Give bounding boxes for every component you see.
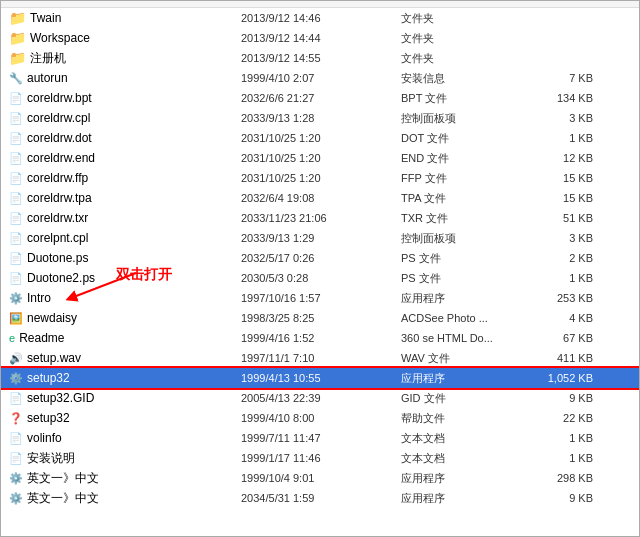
file-type: TPA 文件 [401,191,521,206]
table-row[interactable]: 📄coreldrw.ffp2031/10/25 1:20FFP 文件15 KB [1,168,639,188]
file-size: 411 KB [521,352,601,364]
file-name: setup32 [27,371,70,385]
file-date: 1999/7/11 11:47 [241,432,401,444]
file-date: 1999/4/10 2:07 [241,72,401,84]
file-type: 帮助文件 [401,411,521,426]
file-date: 1999/4/10 8:00 [241,412,401,424]
column-headers [1,1,639,8]
file-date: 2034/5/31 1:59 [241,492,401,504]
table-row[interactable]: ⚙️Intro1997/10/16 1:57应用程序253 KB [1,288,639,308]
file-date: 2031/10/25 1:20 [241,152,401,164]
table-row[interactable]: 📄setup32.GID2005/4/13 22:39GID 文件9 KB [1,388,639,408]
file-name: setup32 [27,411,70,425]
file-size: 9 KB [521,492,601,504]
file-name: coreldrw.cpl [27,111,90,125]
file-date: 2031/10/25 1:20 [241,172,401,184]
file-type: 应用程序 [401,371,521,386]
file-size: 298 KB [521,472,601,484]
file-name: coreldrw.ffp [27,171,88,185]
file-type: WAV 文件 [401,351,521,366]
file-type: BPT 文件 [401,91,521,106]
file-size: 134 KB [521,92,601,104]
file-size: 1 KB [521,452,601,464]
file-name: coreldrw.end [27,151,95,165]
file-type: GID 文件 [401,391,521,406]
file-date: 2013/9/12 14:44 [241,32,401,44]
table-row[interactable]: 📄安装说明1999/1/17 11:46文本文档1 KB [1,448,639,468]
table-row[interactable]: 📄volinfo1999/7/11 11:47文本文档1 KB [1,428,639,448]
file-date: 2033/11/23 21:06 [241,212,401,224]
table-row[interactable]: 📄Duotone.ps2032/5/17 0:26PS 文件2 KB [1,248,639,268]
file-name: volinfo [27,431,62,445]
table-row[interactable]: 📄coreldrw.bpt2032/6/6 21:27BPT 文件134 KB [1,88,639,108]
file-date: 2033/9/13 1:28 [241,112,401,124]
file-name: setup.wav [27,351,81,365]
file-date: 2031/10/25 1:20 [241,132,401,144]
file-name: corelpnt.cpl [27,231,88,245]
file-date: 1999/1/17 11:46 [241,452,401,464]
file-size: 15 KB [521,192,601,204]
file-name: Workspace [30,31,90,45]
table-row[interactable]: 🖼️newdaisy1998/3/25 8:25ACDSee Photo ...… [1,308,639,328]
table-row[interactable]: 📄Duotone2.ps2030/5/3 0:28PS 文件1 KB [1,268,639,288]
file-type: 360 se HTML Do... [401,332,521,344]
file-date: 1999/4/16 1:52 [241,332,401,344]
file-size: 1 KB [521,432,601,444]
file-size: 1,052 KB [521,372,601,384]
file-type: 应用程序 [401,471,521,486]
table-row[interactable]: 📄coreldrw.end2031/10/25 1:20END 文件12 KB [1,148,639,168]
table-row[interactable]: 🔊setup.wav1997/11/1 7:10WAV 文件411 KB [1,348,639,368]
table-row[interactable]: 📄coreldrw.dot2031/10/25 1:20DOT 文件1 KB [1,128,639,148]
file-size: 4 KB [521,312,601,324]
file-explorer: 📁Twain2013/9/12 14:46文件夹📁Workspace2013/9… [0,0,640,537]
file-date: 1997/10/16 1:57 [241,292,401,304]
table-row[interactable]: ⚙️setup321999/4/13 10:55应用程序1,052 KB [1,368,639,388]
table-row[interactable]: ⚙️英文一》中文1999/10/4 9:01应用程序298 KB [1,468,639,488]
file-date: 2032/5/17 0:26 [241,252,401,264]
file-type: 应用程序 [401,291,521,306]
file-date: 2032/6/6 21:27 [241,92,401,104]
file-type: ACDSee Photo ... [401,312,521,324]
file-size: 51 KB [521,212,601,224]
file-type: 控制面板项 [401,231,521,246]
file-date: 1999/4/13 10:55 [241,372,401,384]
file-type: 文件夹 [401,31,521,46]
table-row[interactable]: 📁Workspace2013/9/12 14:44文件夹 [1,28,639,48]
file-type: FFP 文件 [401,171,521,186]
file-date: 2013/9/12 14:55 [241,52,401,64]
file-date: 2032/6/4 19:08 [241,192,401,204]
table-row[interactable]: 📄coreldrw.tpa2032/6/4 19:08TPA 文件15 KB [1,188,639,208]
file-type: 控制面板项 [401,111,521,126]
file-size: 1 KB [521,272,601,284]
file-name: 安装说明 [27,450,75,467]
table-row[interactable]: ⚙️英文一》中文2034/5/31 1:59应用程序9 KB [1,488,639,508]
file-size: 2 KB [521,252,601,264]
file-date: 1999/10/4 9:01 [241,472,401,484]
table-row[interactable]: 📁注册机2013/9/12 14:55文件夹 [1,48,639,68]
file-size: 9 KB [521,392,601,404]
file-size: 12 KB [521,152,601,164]
table-row[interactable]: eReadme1999/4/16 1:52360 se HTML Do...67… [1,328,639,348]
table-row[interactable]: 📄coreldrw.txr2033/11/23 21:06TXR 文件51 KB [1,208,639,228]
file-type: 文本文档 [401,451,521,466]
table-row[interactable]: 📁Twain2013/9/12 14:46文件夹 [1,8,639,28]
file-type: DOT 文件 [401,131,521,146]
file-type: 文件夹 [401,51,521,66]
file-name: Twain [30,11,61,25]
file-list[interactable]: 📁Twain2013/9/12 14:46文件夹📁Workspace2013/9… [1,8,639,536]
table-row[interactable]: 🔧autorun1999/4/10 2:07安装信息7 KB [1,68,639,88]
file-name: coreldrw.tpa [27,191,92,205]
file-size: 3 KB [521,232,601,244]
file-name: 注册机 [30,50,66,67]
table-row[interactable]: ❓setup321999/4/10 8:00帮助文件22 KB [1,408,639,428]
file-date: 1998/3/25 8:25 [241,312,401,324]
file-size: 22 KB [521,412,601,424]
file-date: 1997/11/1 7:10 [241,352,401,364]
file-type: TXR 文件 [401,211,521,226]
file-name: 英文一》中文 [27,470,99,487]
file-name: 英文一》中文 [27,490,99,507]
table-row[interactable]: 📄corelpnt.cpl2033/9/13 1:29控制面板项3 KB [1,228,639,248]
table-row[interactable]: 📄coreldrw.cpl2033/9/13 1:28控制面板项3 KB [1,108,639,128]
main-content: 📁Twain2013/9/12 14:46文件夹📁Workspace2013/9… [1,8,639,536]
file-date: 2013/9/12 14:46 [241,12,401,24]
